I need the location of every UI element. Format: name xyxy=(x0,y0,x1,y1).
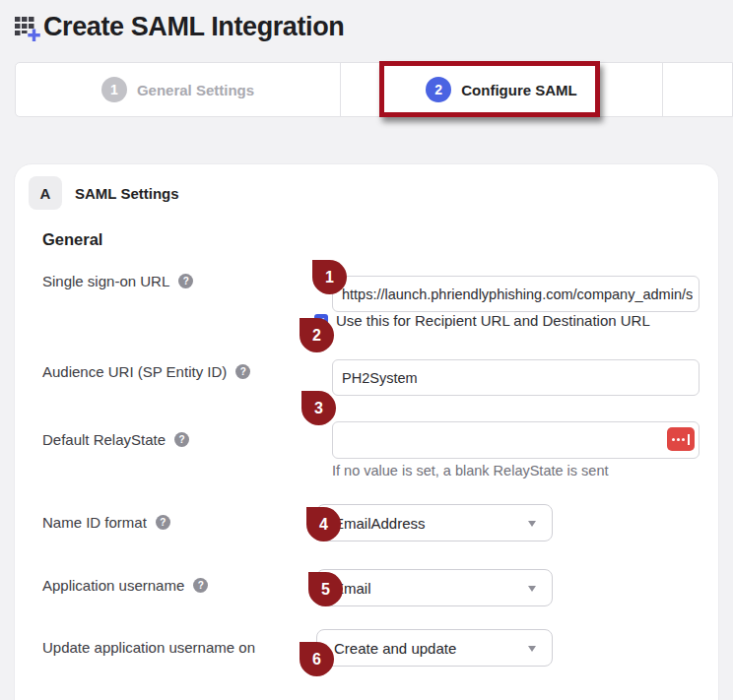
tab-configure-saml[interactable]: 2 Configure SAML xyxy=(341,63,663,116)
relay-state-helper-text: If no value is set, a blank RelayState i… xyxy=(332,463,608,478)
relay-state-input[interactable] xyxy=(332,421,700,459)
tab-general-settings[interactable]: 1 General Settings xyxy=(16,63,341,116)
help-icon[interactable]: ? xyxy=(193,578,208,593)
add-application-icon xyxy=(12,13,41,42)
sso-url-label: Single sign-on URL ? xyxy=(42,273,193,289)
tab-general-settings-label: General Settings xyxy=(137,82,254,98)
help-icon[interactable]: ? xyxy=(235,364,250,379)
help-icon[interactable]: ? xyxy=(174,432,189,447)
checkmark-icon: ✓ xyxy=(316,315,325,328)
name-id-format-label: Name ID format ? xyxy=(42,514,170,531)
audience-uri-label: Audience URI (SP Entity ID) ? xyxy=(42,363,250,380)
wizard-step-bar: 1 General Settings 2 Configure SAML xyxy=(15,62,733,117)
name-id-format-dropdown[interactable]: EmailAddress xyxy=(316,504,553,541)
update-username-dropdown[interactable]: Create and update xyxy=(316,629,553,667)
form-filler-extension-icon[interactable] xyxy=(667,427,695,451)
page-title: Create SAML Integration xyxy=(43,12,344,42)
section-title: SAML Settings xyxy=(75,185,179,202)
tab-segment-next xyxy=(663,63,732,116)
update-username-label: Update application username on xyxy=(42,639,255,656)
audience-uri-input[interactable] xyxy=(332,359,700,396)
recipient-url-checkbox-label: Use this for Recipient URL and Destinati… xyxy=(336,312,650,329)
step-2-circle: 2 xyxy=(426,77,451,102)
chevron-down-icon xyxy=(528,586,536,592)
sso-url-input[interactable] xyxy=(332,276,700,312)
tab-configure-saml-label: Configure SAML xyxy=(461,82,577,98)
section-badge: A xyxy=(29,176,62,210)
chevron-down-icon xyxy=(528,646,536,652)
general-subheading: General xyxy=(42,230,102,249)
help-icon[interactable]: ? xyxy=(178,274,193,288)
saml-settings-card: A SAML Settings General Single sign-on U… xyxy=(14,163,719,700)
help-icon[interactable]: ? xyxy=(156,515,170,530)
chevron-down-icon xyxy=(528,521,536,527)
application-username-label: Application username ? xyxy=(42,577,208,594)
step-1-circle: 1 xyxy=(101,77,127,102)
application-username-dropdown[interactable]: Email xyxy=(316,569,553,606)
recipient-url-checkbox[interactable]: ✓ xyxy=(314,314,328,328)
page-header: Create SAML Integration xyxy=(12,12,344,42)
callout-3: 3 xyxy=(301,391,336,425)
relay-state-label: Default RelayState ? xyxy=(42,431,189,448)
